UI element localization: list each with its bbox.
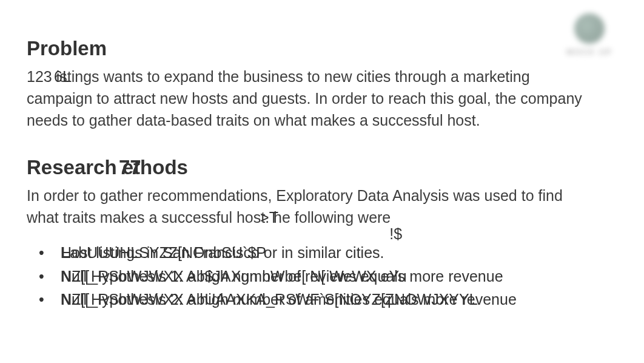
methods-section: Research ethods 77 In order to gather re…	[27, 155, 617, 310]
slide-content: Problem 123 istings wants to expand the …	[0, 0, 644, 310]
problem-body-prefix: 123	[27, 68, 56, 85]
methods-heading-suffix: ethods	[122, 156, 188, 178]
bullet-list: Host listings in San Francisco or in sim…	[27, 242, 617, 310]
bullet-clean: Null Hypothesis 2: A high number of amen…	[61, 291, 517, 308]
bullet-clean: Host listings in San Francisco or in sim…	[61, 244, 384, 261]
list-item: Null Hypothesis 2: A high number of amen…	[39, 288, 617, 310]
methods-heading: Research ethods 77	[27, 155, 617, 180]
problem-body-main: istings wants to expand the business to …	[27, 68, 582, 129]
list-item: Null Hypothesis 1: A high number of revi…	[39, 265, 617, 287]
methods-body: In order to gather recommendations, Expl…	[27, 185, 597, 229]
list-item: Host listings in San Francisco or in sim…	[39, 242, 617, 263]
problem-body: 123 istings wants to expand the business…	[27, 66, 597, 132]
problem-heading: Problem	[27, 36, 617, 61]
methods-heading-prefix: Research	[27, 156, 122, 178]
bullet-clean: Null Hypothesis 1: A high number of revi…	[61, 268, 503, 285]
problem-section: Problem 123 istings wants to expand the …	[27, 36, 617, 131]
methods-body-mid: he following were	[273, 209, 391, 226]
